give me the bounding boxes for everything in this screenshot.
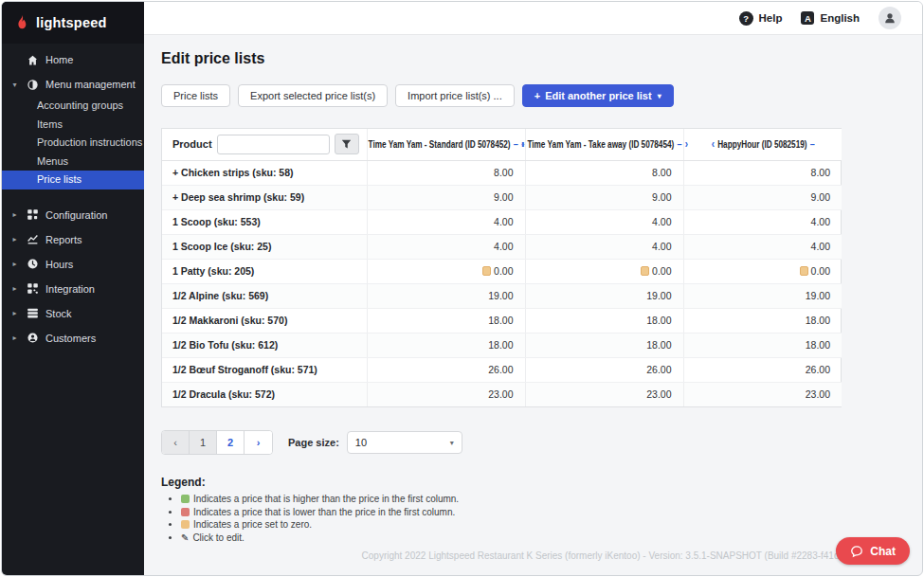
price-cell[interactable]: 8.00 (367, 160, 525, 185)
sidebar-item-reports[interactable]: ▸ Reports (2, 227, 144, 252)
chat-button[interactable]: Chat (836, 537, 910, 565)
sidebar-item-stock[interactable]: ▸ Stock (2, 301, 144, 326)
move-column-left-icon[interactable]: ‹ (520, 138, 523, 150)
next-page-button[interactable]: › (245, 431, 272, 454)
edit-another-price-list-label: Edit another price list (545, 90, 651, 101)
price-cell[interactable]: 4.00 (525, 234, 683, 259)
price-cell[interactable]: 23.00 (683, 382, 842, 406)
move-column-left-icon[interactable]: ‹ (711, 138, 714, 150)
column-label: Time Yam Yam - Standard (ID 5078452) (368, 139, 510, 150)
sidebar-item-configuration[interactable]: ▸ Configuration (2, 203, 144, 227)
sidebar-item-production-instructions[interactable]: Production instructions (2, 134, 144, 153)
price-cell[interactable]: 19.00 (683, 283, 842, 308)
price-cell[interactable]: 4.00 (367, 209, 525, 234)
legend: Legend: Indicates a price that is higher… (161, 476, 905, 544)
sidebar-item-price-lists[interactable]: Price lists (2, 171, 144, 189)
price-cell[interactable]: 0.00 (367, 259, 525, 283)
price-cell[interactable]: 0.00 (525, 259, 683, 283)
help-button[interactable]: ? Help (739, 11, 783, 26)
price-cell[interactable]: 26.00 (683, 357, 842, 382)
stock-icon (26, 307, 39, 320)
price-cell[interactable]: 19.00 (525, 283, 683, 308)
table-row: 1/2 Alpine (sku: 569)19.0019.0019.00 (162, 283, 842, 308)
language-button[interactable]: A English (801, 11, 860, 25)
page-size-value: 10 (355, 437, 367, 448)
price-cell[interactable]: 8.00 (683, 160, 842, 185)
product-cell: 1/2 Alpine (sku: 569) (162, 283, 367, 308)
help-label: Help (759, 12, 783, 24)
higher-price-icon (181, 495, 190, 503)
sidebar-item-menus[interactable]: Menus (2, 153, 144, 171)
logo-text: lightspeed (36, 15, 107, 30)
price-cell[interactable]: 23.00 (525, 382, 683, 406)
price-cell[interactable]: 4.00 (367, 234, 525, 259)
price-cell[interactable]: 8.00 (525, 160, 683, 185)
price-cell[interactable]: 18.00 (525, 308, 683, 333)
chevron-down-icon: ▾ (10, 81, 19, 89)
price-cell[interactable]: 9.00 (683, 185, 842, 209)
sidebar-item-integration[interactable]: ▸ Integration (2, 277, 144, 301)
edit-pencil-icon: ✎ (181, 532, 189, 543)
price-cell[interactable]: 9.00 (525, 185, 683, 209)
price-cell[interactable]: 18.00 (367, 308, 525, 333)
price-cell[interactable]: 4.00 (683, 209, 842, 234)
table-row: + Deep sea shrimp (sku: 59)9.009.009.00 (162, 185, 842, 209)
edit-another-price-list-button[interactable]: +Edit another price list▾ (522, 84, 674, 107)
price-lists-button[interactable]: Price lists (161, 84, 230, 107)
user-icon (883, 11, 897, 25)
remove-column-icon[interactable]: – (677, 139, 681, 150)
remove-column-icon[interactable]: – (513, 139, 517, 150)
product-filter-input[interactable] (217, 135, 330, 154)
content: Edit price lists Price lists Export sele… (144, 35, 922, 575)
price-cell[interactable]: 18.00 (367, 333, 525, 357)
price-cell[interactable]: 18.00 (683, 333, 842, 357)
table-row: 1/2 Dracula (sku: 572)23.0023.0023.00 (162, 382, 842, 406)
price-cell[interactable]: 18.00 (525, 333, 683, 357)
legend-list: Indicates a price that is higher than th… (161, 493, 905, 544)
product-column-label: Product (172, 138, 212, 150)
topbar: ? Help A English (144, 2, 922, 35)
price-cell[interactable]: 26.00 (367, 357, 525, 382)
column-label: Time Yam Yam - Take away (ID 5078454) (527, 139, 674, 150)
copyright-text: Copyright 2022 Lightspeed Restaurant K S… (161, 550, 905, 561)
filter-button[interactable] (335, 134, 359, 154)
previous-page-button[interactable]: ‹ (162, 431, 190, 454)
page-size-select[interactable]: 10 ▾ (347, 431, 462, 454)
price-cell[interactable]: 4.00 (683, 234, 842, 259)
price-cell[interactable]: 26.00 (525, 357, 683, 382)
page-button-2[interactable]: 2 (217, 431, 245, 454)
sidebar: lightspeed Home ▾ Menu management Accoun… (2, 2, 144, 575)
price-cell[interactable]: 9.00 (367, 185, 525, 209)
legend-title: Legend: (161, 476, 905, 489)
legend-item: Indicates a price set to zero. (181, 518, 905, 532)
hours-icon (26, 258, 39, 271)
sidebar-item-customers[interactable]: ▸ Customers (2, 326, 144, 351)
sidebar-item-hours[interactable]: ▸ Hours (2, 252, 144, 277)
move-column-right-icon[interactable]: › (684, 138, 687, 150)
price-cell[interactable]: 18.00 (683, 308, 842, 333)
zero-price-icon (800, 266, 808, 276)
page-button-1[interactable]: 1 (190, 431, 217, 454)
sidebar-item-accounting-groups[interactable]: Accounting groups (2, 97, 144, 116)
price-cell[interactable]: 23.00 (367, 382, 525, 406)
sidebar-item-home[interactable]: Home (2, 47, 144, 72)
price-cell[interactable]: 19.00 (367, 283, 525, 308)
toolbar: Price lists Export selected price list(s… (161, 84, 905, 107)
zero-price-icon (482, 266, 491, 276)
sidebar-item-items[interactable]: Items (2, 116, 144, 135)
page-title: Edit price lists (161, 50, 905, 67)
menu-management-icon (26, 78, 39, 91)
sidebar-item-menu-management[interactable]: ▾ Menu management (2, 72, 144, 97)
table-row: 1/2 Bœuf Stroganoff (sku: 571)26.0026.00… (162, 357, 842, 382)
chevron-right-icon: ▸ (10, 260, 19, 268)
chevron-right-icon: ▸ (10, 309, 19, 317)
remove-column-icon[interactable]: – (809, 139, 814, 150)
price-cell[interactable]: 0.00 (683, 259, 842, 283)
table-row: 1 Patty (sku: 205)0.000.000.00 (162, 259, 842, 283)
chevron-right-icon: ▸ (10, 235, 19, 243)
export-price-lists-button[interactable]: Export selected price list(s) (238, 84, 388, 107)
price-cell[interactable]: 4.00 (525, 209, 683, 234)
user-avatar[interactable] (879, 7, 901, 29)
price-list-column-header: ‹ Time Yam Yam - Take away (ID 5078454) … (525, 129, 683, 160)
import-price-lists-button[interactable]: Import price list(s) ... (395, 84, 515, 107)
